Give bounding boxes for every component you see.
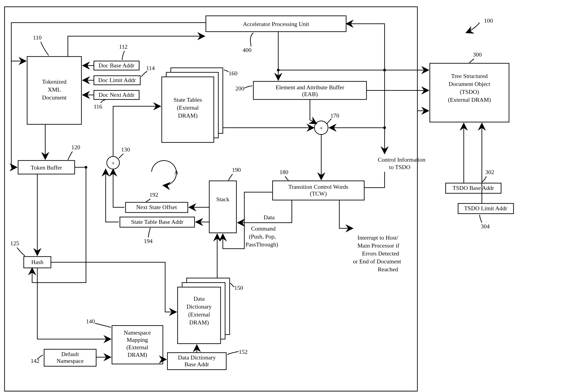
eab-l2: (EAB) [302, 91, 318, 97]
label-160: 160 [229, 70, 238, 77]
int-l1: Interrupt to Host/ [357, 234, 398, 241]
label-194: 194 [144, 238, 153, 244]
int-l3: Errors Detected [362, 250, 399, 257]
data-label: Data [264, 214, 275, 221]
lead-300 [469, 59, 474, 63]
state-tables-l1: State Tables [174, 96, 202, 103]
tsdo-l4: (External DRAM) [448, 96, 491, 103]
eab-l1: Element and Attribute Buffer [276, 84, 344, 91]
nsmap-l4: DRAM) [128, 351, 147, 358]
tsdo-l2: Document Object [449, 81, 490, 87]
label-140: 140 [86, 318, 95, 325]
hash-label: Hash [31, 259, 43, 265]
label-150: 150 [234, 285, 243, 291]
label-110: 110 [33, 34, 42, 41]
doc-next-label: Doc Next Addr [99, 91, 135, 98]
dd-base-l1: Data Dictionary [178, 354, 216, 361]
label-400: 400 [243, 47, 251, 53]
dd-l4: DRAM) [189, 319, 209, 326]
dd-l2: Dictionary [187, 303, 211, 310]
label-125: 125 [10, 240, 19, 247]
dd-base-l2: Base Addr [184, 361, 209, 368]
label-170: 170 [331, 112, 339, 119]
cmd-l3: PassThrough) [245, 241, 278, 248]
label-200: 200 [236, 85, 244, 92]
lead-302 [482, 176, 486, 182]
stack-label: Stack [216, 196, 229, 203]
accel-label: Accelerator Processing Unit [243, 21, 309, 27]
plus-130: + [111, 160, 115, 166]
lead-100 [466, 23, 480, 33]
nsmap-l2: Mapping [127, 337, 148, 343]
default-l1: Default [61, 351, 79, 357]
cmd-l1: Command [251, 225, 276, 232]
tsdo-l3: (TSDO) [460, 89, 479, 95]
ctrl-l2: to TSDO [389, 164, 410, 171]
label-A: A [174, 169, 179, 175]
stack-block [209, 181, 237, 233]
token-buffer-label: Token Buffer [31, 164, 62, 171]
label-190: 190 [232, 167, 241, 173]
state-tables-l2: (External [177, 104, 199, 111]
tokenized-l2: XML [48, 86, 61, 93]
label-120: 120 [71, 144, 80, 151]
label-114: 114 [146, 65, 155, 71]
label-304: 304 [481, 223, 490, 230]
int-l2: Main Processor if [357, 242, 399, 249]
tsdo-l1: Tree Structured [451, 73, 488, 79]
label-112: 112 [119, 44, 128, 50]
nsmap-l3: (External [126, 344, 148, 351]
tcw-l1: Transition Control Words [288, 183, 348, 190]
nsmap-l1: Namespace [124, 329, 151, 336]
int-l4: or End of Document [353, 258, 401, 265]
label-152: 152 [239, 348, 248, 355]
default-l2: Namespace [56, 358, 84, 364]
int-l5: Reached [378, 266, 398, 273]
label-100: 100 [484, 17, 493, 24]
label-180: 180 [280, 169, 289, 175]
label-116: 116 [94, 103, 102, 110]
label-300: 300 [473, 51, 482, 58]
doc-base-label: Doc Base Addr [99, 62, 135, 69]
ctrl-l1: Control Information [378, 156, 425, 163]
label-192: 192 [149, 191, 158, 198]
cmd-l2: (Push, Pop, [249, 233, 276, 240]
doc-limit-label: Doc Limit Addr [98, 77, 136, 84]
lead-304 [480, 215, 482, 223]
label-130: 130 [121, 146, 130, 153]
diagram-canvas: Accelerator Processing Unit 400 100 Toke… [0, 0, 578, 392]
next-state-label: Next State Offset [136, 204, 177, 211]
tokenized-l1: Tokenized [42, 79, 66, 85]
plus-170: + [320, 125, 323, 131]
tcw-l2: (TCW) [310, 190, 327, 197]
tokenized-l3: Document [42, 94, 67, 101]
tsdo-limit-label: TSDO Limit Addr [464, 205, 507, 212]
dd-l3: (External [188, 311, 210, 318]
state-base-label: State Table Base Addr [131, 218, 184, 225]
dd-l1: Data [193, 296, 205, 302]
state-tables-l3: DRAM) [178, 112, 198, 119]
label-302: 302 [485, 169, 494, 175]
tsdo-base-label: TSDO Base Addr [452, 185, 494, 191]
